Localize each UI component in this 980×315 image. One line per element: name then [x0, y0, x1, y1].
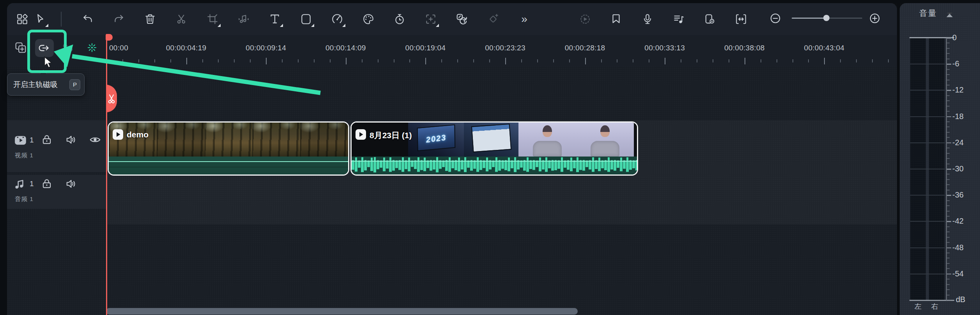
ruler-timestamp: 00:00:28:18	[565, 44, 605, 52]
screen-record-button[interactable]	[699, 8, 720, 30]
db-scale-tick	[947, 59, 950, 59]
db-scale-tick	[947, 80, 950, 80]
mask-tool-button[interactable]	[295, 8, 317, 30]
db-scale-tick	[947, 137, 950, 138]
db-scale-tick	[947, 237, 950, 238]
db-scale-tick	[947, 174, 950, 174]
timeline-ruler[interactable]: 00:0000:00:04:1900:00:09:1400:00:14:0900…	[0, 35, 980, 66]
db-scale-tick	[947, 126, 950, 127]
collapse-triangle-icon[interactable]	[946, 13, 953, 17]
mute-speaker-icon[interactable]	[65, 178, 77, 190]
channel-right-label: 右	[931, 302, 938, 311]
zoom-out-button[interactable]	[769, 10, 786, 27]
play-icon	[356, 129, 366, 140]
db-scale-tick	[947, 216, 950, 217]
video-thumbnail	[518, 123, 576, 157]
ruler-tick	[521, 59, 522, 62]
ruler-tick	[473, 59, 474, 62]
db-scale-tick	[947, 184, 950, 185]
video-thumbnail	[205, 123, 253, 157]
motion-tracking-button[interactable]	[420, 8, 441, 30]
db-scale-tick	[947, 253, 950, 253]
db-scale-tick	[947, 158, 950, 159]
db-scale-tick	[947, 205, 950, 206]
ruler-timestamp: 00:00:38:08	[724, 44, 765, 52]
marker-button[interactable]	[606, 8, 627, 30]
meter-grid-line	[910, 169, 945, 169]
ruler-tick	[314, 59, 315, 62]
text-tool-button[interactable]	[264, 8, 285, 30]
video-track-count: 1	[30, 136, 34, 144]
beat-detect-button[interactable]	[668, 8, 689, 30]
ruler-timestamp: 00:00:43:04	[804, 44, 845, 52]
split-button[interactable]	[171, 8, 192, 30]
ruler-tick	[713, 59, 713, 62]
playhead-head[interactable]	[106, 34, 113, 41]
playhead-line[interactable]	[106, 34, 107, 315]
db-scale-tick	[947, 37, 951, 39]
more-tools-button[interactable]: »	[514, 8, 535, 30]
speed-tool-button[interactable]	[327, 8, 348, 30]
timeline-clip-aug23[interactable]: 2023 8月23日 (1)	[350, 121, 638, 176]
audio-track-label: 音频 1	[15, 195, 34, 203]
color-tool-button[interactable]	[358, 8, 379, 30]
meter-grid-line	[910, 116, 945, 117]
db-scale-tick	[947, 226, 950, 227]
ruler-timestamp: 00:00:19:04	[405, 44, 446, 52]
redo-button[interactable]	[108, 8, 129, 30]
audio-track-icon	[13, 178, 26, 190]
video-thumbnail	[252, 123, 300, 157]
eye-icon[interactable]	[89, 133, 101, 146]
crop-button[interactable]	[202, 8, 223, 30]
db-scale-tick	[947, 132, 950, 133]
ruler-tick	[553, 59, 554, 62]
ruler-tick	[202, 59, 203, 62]
detach-audio-icon	[237, 13, 250, 25]
undo-button[interactable]	[77, 8, 98, 30]
db-scale-tick	[947, 200, 950, 201]
lock-icon[interactable]	[41, 178, 53, 190]
db-scale-tick	[947, 90, 951, 91]
delete-button[interactable]	[140, 8, 161, 30]
db-scale-tick	[947, 179, 950, 180]
duration-tool-button[interactable]	[389, 8, 410, 30]
split-icon	[175, 13, 188, 25]
zoom-slider-thumb[interactable]	[823, 15, 830, 21]
db-scale-label: -6	[952, 59, 959, 68]
db-scale-tick	[947, 142, 951, 144]
clip-name: demo	[127, 130, 149, 139]
ruler-tick	[777, 59, 777, 62]
ruler-tick	[154, 59, 155, 62]
lock-icon[interactable]	[41, 133, 53, 146]
fit-timeline-button[interactable]	[731, 8, 752, 30]
video-track-header: 1 视频 1	[7, 120, 106, 172]
db-scale-tick	[947, 300, 951, 301]
mute-speaker-icon[interactable]	[65, 133, 77, 146]
select-tool-button[interactable]	[30, 8, 51, 30]
screen-record-icon	[704, 13, 716, 25]
zoom-in-button[interactable]	[869, 10, 886, 27]
ruler-tick	[745, 58, 745, 64]
db-scale-tick	[947, 74, 950, 75]
speech-to-text-button[interactable]	[451, 8, 472, 30]
ruler-tick	[138, 59, 139, 62]
db-scale-tick	[947, 43, 950, 43]
ruler-tick	[186, 58, 187, 64]
ruler-tick	[346, 58, 347, 64]
voiceover-button[interactable]	[637, 8, 658, 30]
render-preview-icon	[579, 13, 591, 25]
horizontal-scrollbar-thumb[interactable]	[106, 308, 578, 315]
render-preview-button[interactable]	[575, 8, 596, 30]
db-scale-tick	[947, 100, 950, 101]
db-scale-tick	[947, 106, 950, 107]
timeline-clip-demo[interactable]: demo	[108, 121, 349, 176]
volume-panel-title: 音量	[919, 8, 937, 19]
db-scale-label: -36	[952, 190, 964, 199]
keyframe-button[interactable]	[483, 8, 504, 30]
video-thumbnail	[576, 123, 634, 157]
ruler-timestamp: 00:00:23:23	[485, 44, 525, 52]
clip-audio-strip	[109, 157, 348, 174]
meter-grid-line	[910, 195, 945, 196]
detach-audio-button[interactable]	[233, 8, 254, 30]
submenu-corner-icon	[311, 24, 314, 27]
